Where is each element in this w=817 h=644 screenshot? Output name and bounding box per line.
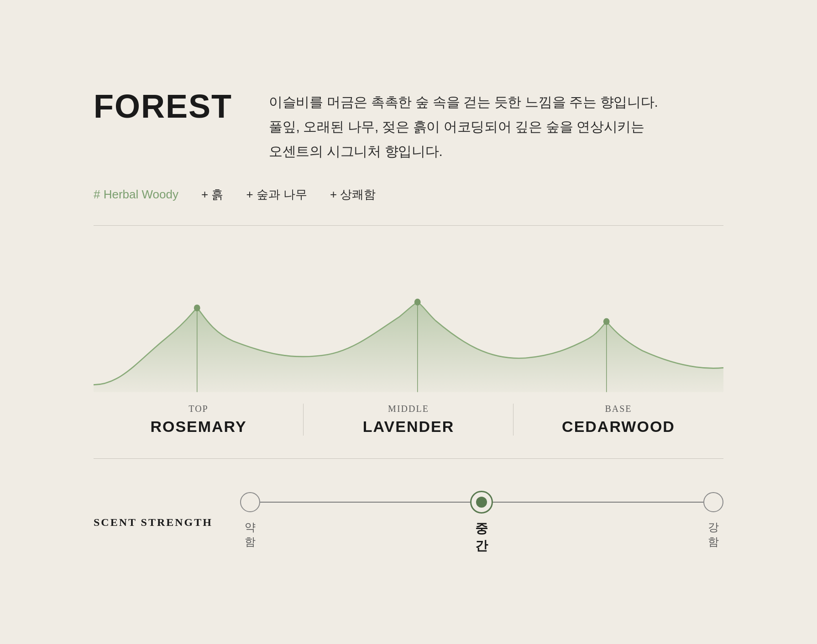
note-base-label: BASE (513, 404, 723, 414)
slider-node-weak (240, 492, 260, 512)
strength-label: SCENT STRENGTH (94, 516, 213, 529)
tag-forest: + 숲과 나무 (246, 187, 307, 203)
note-top: TOP ROSEMARY (94, 404, 304, 436)
hashtag-label: # Herbal Woody (94, 187, 178, 202)
title-block: FOREST (94, 90, 232, 123)
note-top-name: ROSEMARY (94, 418, 304, 436)
slider-node-strong (703, 492, 723, 512)
label-strong: 강함 (703, 520, 723, 555)
tags-section: # Herbal Woody + 흙 + 숲과 나무 + 상쾌함 (94, 187, 723, 203)
note-middle: MIDDLE LAVENDER (304, 404, 513, 436)
strong-circle (703, 492, 723, 512)
note-top-label: TOP (94, 404, 304, 414)
weak-circle (240, 492, 260, 512)
label-middle: 중간 (470, 520, 493, 555)
label-strong-text: 강함 (708, 521, 719, 548)
slider-row (240, 491, 723, 514)
bottom-divider (94, 458, 723, 459)
note-base-name: CEDARWOOD (513, 418, 723, 436)
top-divider (94, 225, 723, 226)
tag-fresh: + 상쾌함 (330, 187, 376, 203)
label-weak: 약함 (240, 520, 260, 555)
middle-circle (470, 491, 493, 514)
description-block: 이슬비를 머금은 촉촉한 숲 속을 걷는 듯한 느낌을 주는 향입니다.풀잎, … (269, 90, 723, 164)
tag-items: + 흙 + 숲과 나무 + 상쾌함 (201, 187, 376, 203)
strength-section: SCENT STRENGTH (94, 482, 723, 555)
tag-soil: + 흙 (201, 187, 223, 203)
description-text: 이슬비를 머금은 촉촉한 숲 속을 걷는 듯한 느낌을 주는 향입니다.풀잎, … (269, 90, 723, 164)
wave-svg (94, 249, 723, 395)
slider-labels: 약함 중간 강함 (240, 520, 723, 555)
label-weak-text: 약함 (245, 521, 256, 548)
header-section: FOREST 이슬비를 머금은 촉촉한 숲 속을 걷는 듯한 느낌을 주는 향입… (94, 90, 723, 164)
page-title: FOREST (94, 90, 232, 123)
label-middle-text: 중간 (475, 521, 488, 553)
slider-wrapper: 약함 중간 강함 (240, 491, 723, 555)
slider-node-middle (470, 491, 493, 514)
main-container: FOREST 이슬비를 머금은 촉촉한 숲 속을 걷는 듯한 느낌을 주는 향입… (66, 53, 751, 591)
wave-chart (94, 249, 723, 395)
track-line-2 (493, 502, 703, 503)
notes-section: TOP ROSEMARY MIDDLE LAVENDER BASE CEDARW… (94, 404, 723, 436)
note-middle-label: MIDDLE (304, 404, 513, 414)
note-middle-name: LAVENDER (304, 418, 513, 436)
note-base: BASE CEDARWOOD (513, 404, 723, 436)
track-line-1 (260, 502, 471, 503)
wave-fill (94, 302, 723, 392)
